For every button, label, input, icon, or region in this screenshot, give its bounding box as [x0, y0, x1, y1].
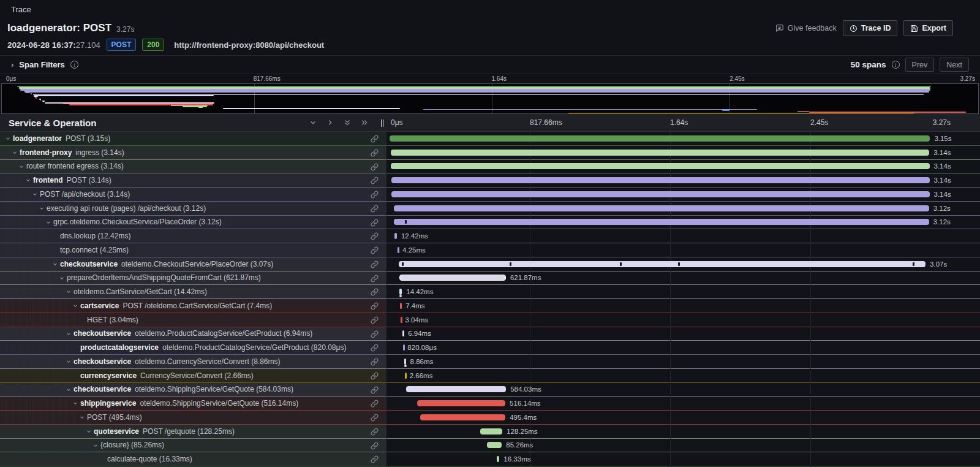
span-link-icon[interactable] — [371, 177, 379, 184]
info-icon[interactable]: i — [892, 61, 900, 69]
span-link-icon[interactable] — [371, 163, 379, 171]
span-duration-bar[interactable] — [399, 289, 402, 295]
expand-all-icon[interactable] — [360, 118, 369, 127]
expand-one-icon[interactable] — [326, 118, 334, 127]
span-link-icon[interactable] — [371, 358, 379, 366]
span-link-icon[interactable] — [371, 344, 379, 352]
span-row[interactable]: POST /api/checkout (3.14s)3.14s — [0, 188, 980, 202]
span-name-cell[interactable]: prepareOrderItemsAndShippingQuoteFromCar… — [0, 271, 386, 285]
span-duration-bar[interactable] — [398, 247, 399, 253]
span-filters-toggle[interactable]: › Span Filters i — [11, 60, 78, 69]
span-row[interactable]: loadgeneratorPOST (3.15s)3.15s — [0, 132, 980, 146]
span-link-icon[interactable] — [371, 302, 379, 310]
span-name-cell[interactable]: quoteservicePOST /getquote (128.25ms) — [0, 425, 386, 438]
span-row[interactable]: executing api route (pages) /api/checkou… — [0, 202, 980, 216]
span-name-cell[interactable]: checkoutserviceoteldemo.CurrencyService/… — [0, 355, 386, 368]
span-row[interactable]: prepareOrderItemsAndShippingQuoteFromCar… — [0, 271, 980, 286]
span-row[interactable]: cartservicePOST /oteldemo.CartService/Ge… — [0, 299, 980, 313]
chevron-down-icon[interactable] — [79, 414, 85, 420]
span-name-cell[interactable]: executing api route (pages) /api/checkou… — [0, 202, 386, 215]
span-link-icon[interactable] — [371, 455, 379, 463]
span-row[interactable]: checkoutserviceoteldemo.ProductCatalogSe… — [0, 327, 980, 341]
chevron-down-icon[interactable] — [59, 275, 65, 281]
span-name-cell[interactable]: checkoutserviceoteldemo.ShippingService/… — [0, 383, 386, 397]
span-name-cell[interactable]: shippingserviceoteldemo.ShippingService/… — [0, 397, 386, 410]
span-name-cell[interactable]: frontendPOST (3.14s) — [0, 173, 386, 187]
span-name-cell[interactable]: {closure} (85.26ms) — [0, 439, 386, 452]
chevron-down-icon[interactable] — [66, 359, 72, 365]
span-name-cell[interactable]: frontend-proxyingress (3.14s) — [0, 146, 386, 159]
span-name-cell[interactable]: checkoutserviceoteldemo.ProductCatalogSe… — [0, 327, 386, 341]
span-duration-bar[interactable] — [420, 414, 505, 420]
span-duration-bar[interactable] — [399, 261, 925, 267]
trace-id-button[interactable]: Trace ID — [843, 20, 898, 36]
span-link-icon[interactable] — [371, 232, 379, 240]
span-row[interactable]: dns.lookup (12.42ms)12.42ms — [0, 229, 980, 243]
span-row[interactable]: currencyserviceCurrencyService/Convert (… — [0, 369, 980, 383]
chevron-down-icon[interactable] — [72, 400, 78, 406]
span-row[interactable]: POST (495.4ms)495.4ms — [0, 411, 980, 425]
span-row[interactable]: oteldemo.CartService/GetCart (14.42ms)14… — [0, 285, 980, 299]
span-link-icon[interactable] — [371, 330, 379, 338]
span-duration-bar[interactable] — [417, 400, 506, 406]
panel-resize-handle[interactable] — [381, 120, 386, 127]
span-name-cell[interactable]: tcp.connect (4.25ms) — [0, 243, 386, 257]
span-link-icon[interactable] — [371, 288, 379, 296]
give-feedback-link[interactable]: Give feedback — [775, 24, 837, 32]
chevron-down-icon[interactable] — [39, 205, 45, 211]
prev-button[interactable]: Prev — [905, 58, 935, 72]
span-link-icon[interactable] — [371, 205, 379, 213]
span-link-icon[interactable] — [371, 442, 379, 450]
chevron-down-icon[interactable] — [45, 219, 51, 226]
span-name-cell[interactable]: currencyserviceCurrencyService/Convert (… — [0, 369, 386, 382]
span-duration-bar[interactable] — [403, 344, 405, 351]
span-link-icon[interactable] — [371, 372, 379, 380]
export-button[interactable]: Export — [903, 20, 953, 36]
span-duration-bar[interactable] — [391, 163, 930, 169]
span-row[interactable]: HGET (3.04ms)3.04ms — [0, 313, 980, 327]
chevron-down-icon[interactable] — [25, 177, 31, 183]
span-duration-bar[interactable] — [394, 205, 929, 211]
span-duration-bar[interactable] — [405, 373, 407, 379]
chevron-down-icon[interactable] — [66, 289, 72, 295]
span-duration-bar[interactable] — [391, 177, 930, 183]
span-row[interactable]: quoteservicePOST /getquote (128.25ms)128… — [0, 425, 980, 439]
span-row[interactable]: {closure} (85.26ms)85.26ms — [0, 439, 980, 453]
span-duration-bar[interactable] — [402, 330, 404, 336]
span-duration-bar[interactable] — [394, 219, 929, 225]
span-name-cell[interactable]: POST /api/checkout (3.14s) — [0, 188, 386, 201]
span-row[interactable]: tcp.connect (4.25ms)4.25ms — [0, 243, 980, 257]
span-link-icon[interactable] — [371, 275, 379, 283]
span-name-cell[interactable]: cartservicePOST /oteldemo.CartService/Ge… — [0, 299, 386, 313]
span-link-icon[interactable] — [371, 149, 379, 157]
chevron-down-icon[interactable] — [5, 135, 11, 142]
span-name-cell[interactable]: loadgeneratorPOST (3.15s) — [0, 132, 386, 145]
chevron-down-icon[interactable] — [72, 303, 78, 309]
span-duration-bar[interactable] — [390, 135, 930, 142]
span-duration-bar[interactable] — [480, 428, 502, 435]
span-link-icon[interactable] — [371, 386, 379, 394]
span-row[interactable]: productcatalogserviceoteldemo.ProductCat… — [0, 341, 980, 355]
span-name-cell[interactable]: POST (495.4ms) — [0, 411, 386, 424]
span-row[interactable]: calculate-quote (16.33ms)16.33ms — [0, 452, 980, 466]
span-name-cell[interactable]: HGET (3.04ms) — [0, 313, 386, 327]
span-row[interactable]: checkoutserviceoteldemo.ShippingService/… — [0, 383, 980, 397]
chevron-down-icon[interactable] — [18, 164, 24, 170]
span-name-cell[interactable]: checkoutserviceoteldemo.CheckoutService/… — [0, 257, 386, 271]
span-link-icon[interactable] — [371, 414, 379, 422]
span-name-cell[interactable]: calculate-quote (16.33ms) — [0, 452, 386, 466]
span-link-icon[interactable] — [371, 428, 379, 436]
span-duration-bar[interactable] — [399, 275, 506, 281]
chevron-down-icon[interactable] — [66, 387, 72, 393]
collapse-all-icon[interactable] — [343, 118, 352, 127]
span-duration-bar[interactable] — [391, 191, 929, 197]
chevron-down-icon[interactable] — [66, 331, 72, 337]
span-link-icon[interactable] — [371, 400, 379, 408]
next-button[interactable]: Next — [940, 58, 969, 72]
chevron-down-icon[interactable] — [52, 261, 58, 267]
span-row[interactable]: grpc.oteldemo.CheckoutService/PlaceOrder… — [0, 216, 980, 230]
span-duration-bar[interactable] — [404, 359, 406, 365]
info-icon[interactable]: i — [70, 61, 78, 69]
span-row[interactable]: router frontend egress (3.14s)3.14s — [0, 160, 980, 174]
span-name-cell[interactable]: dns.lookup (12.42ms) — [0, 229, 386, 243]
